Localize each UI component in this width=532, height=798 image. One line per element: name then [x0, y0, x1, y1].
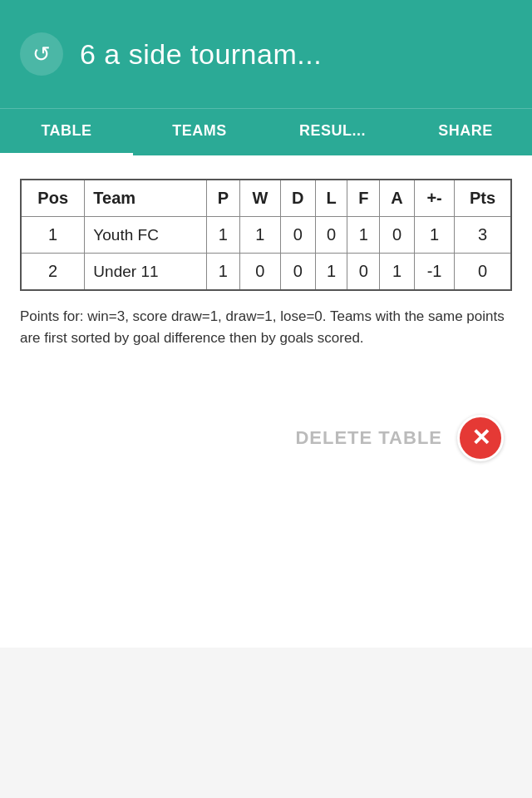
col-pos: Pos	[21, 180, 85, 217]
col-w: W	[239, 180, 280, 217]
cell-d: 0	[280, 217, 315, 254]
back-icon: ↺	[32, 43, 51, 65]
page-title: 6 a side tournam...	[80, 38, 322, 71]
cell-f: 0	[347, 254, 380, 291]
col-pts: Pts	[455, 180, 511, 217]
cell-l: 1	[315, 254, 347, 291]
back-button[interactable]: ↺	[20, 32, 63, 76]
cell-d: 0	[280, 254, 315, 291]
table-row: 2 Under 11 1 0 0 1 0 1 -1 0	[21, 254, 511, 291]
tab-table[interactable]: TABLE	[0, 109, 133, 155]
cell-team: Under 11	[85, 254, 206, 291]
cell-l: 0	[315, 217, 347, 254]
bottom-space	[0, 481, 532, 648]
cell-pos: 1	[21, 217, 85, 254]
points-info: Points for: win=3, score draw=1, draw=1,…	[20, 306, 512, 348]
cell-a: 1	[380, 254, 415, 291]
cell-p: 1	[206, 254, 239, 291]
cell-team: Youth FC	[85, 217, 206, 254]
header: ↺ 6 a side tournam...	[0, 0, 532, 108]
cell-gd: 1	[415, 217, 455, 254]
delete-label: DELETE TABLE	[295, 427, 442, 449]
tab-teams[interactable]: TEAMS	[133, 109, 266, 155]
table-row: 1 Youth FC 1 1 0 0 1 0 1 3	[21, 217, 511, 254]
col-p: P	[206, 180, 239, 217]
cell-a: 0	[380, 217, 415, 254]
cell-pts: 3	[455, 217, 511, 254]
col-l: L	[315, 180, 347, 217]
col-f: F	[347, 180, 380, 217]
nav-tabs: TABLE TEAMS RESUL... SHARE	[0, 108, 532, 155]
tab-results[interactable]: RESUL...	[266, 109, 399, 155]
delete-icon: ✕	[471, 426, 490, 450]
cell-w: 1	[239, 217, 280, 254]
tab-share[interactable]: SHARE	[399, 109, 532, 155]
cell-pts: 0	[455, 254, 511, 291]
col-d: D	[280, 180, 315, 217]
col-gd: +-	[415, 180, 455, 217]
standings-table: Pos Team P W D L F A +- Pts 1 Youth FC 1…	[20, 179, 512, 291]
delete-section: DELETE TABLE ✕	[20, 415, 512, 461]
main-content: Pos Team P W D L F A +- Pts 1 Youth FC 1…	[0, 155, 532, 481]
cell-w: 0	[239, 254, 280, 291]
col-a: A	[380, 180, 415, 217]
cell-f: 1	[347, 217, 380, 254]
delete-button[interactable]: ✕	[457, 415, 504, 461]
cell-p: 1	[206, 217, 239, 254]
cell-pos: 2	[21, 254, 85, 291]
col-team: Team	[85, 180, 206, 217]
cell-gd: -1	[415, 254, 455, 291]
